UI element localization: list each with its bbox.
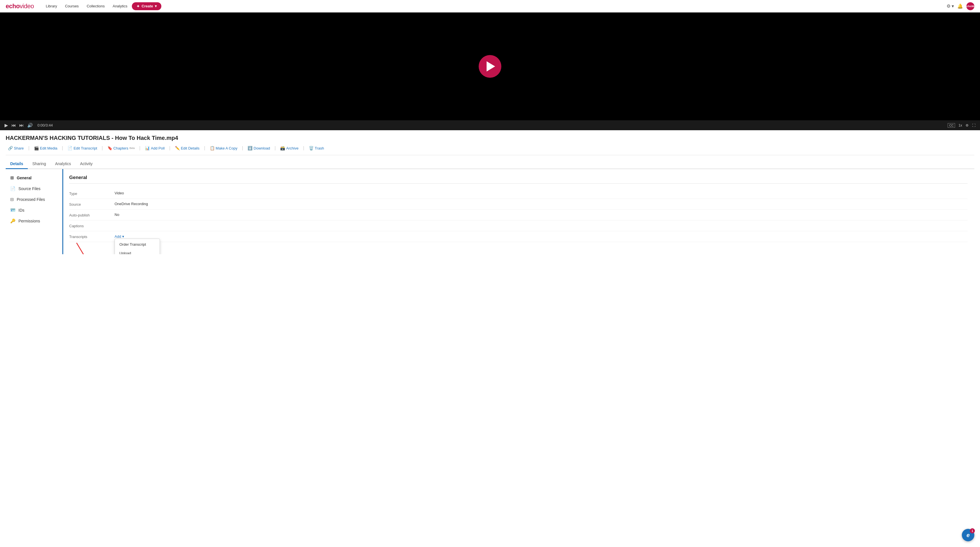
transcript-icon: 📄 xyxy=(67,146,72,150)
id-icon: 🪪 xyxy=(10,208,16,213)
forward-button[interactable]: ⏭ xyxy=(19,123,24,128)
section-title: General xyxy=(69,175,967,183)
toolbar-chapters[interactable]: 🔖 ChaptersBeta xyxy=(105,145,137,151)
logo-text: echovideo xyxy=(6,3,34,10)
detail-panel: General Type Video Source OneDrive Recor… xyxy=(62,169,974,254)
nav-library[interactable]: Library xyxy=(42,3,60,10)
create-button[interactable]: ✦ Create ▾ xyxy=(132,2,161,10)
toolbar-edit-transcript[interactable]: 📄 Edit Transcript xyxy=(65,145,99,151)
fullscreen-button[interactable]: ⛶ xyxy=(972,123,975,128)
content-area: HACKERMAN'S HACKING TUTORIALS - How To H… xyxy=(0,130,980,254)
speed-button[interactable]: 1x xyxy=(958,123,962,128)
volume-button[interactable]: 🔊 xyxy=(27,123,33,128)
main-layout: ⊞ General 📄 Source Files ⊟ Processed Fil… xyxy=(6,169,974,254)
pencil-icon: ✏️ xyxy=(175,146,180,150)
toolbar-sep-9: | xyxy=(303,145,304,151)
transcript-dropdown: Order Transcript Upload xyxy=(115,239,160,254)
rewind-button[interactable]: ⏮ xyxy=(11,123,16,128)
toolbar-make-copy[interactable]: 📋 Make A Copy xyxy=(208,145,240,151)
tab-sharing[interactable]: Sharing xyxy=(28,159,51,169)
toolbar-add-poll[interactable]: 📊 Add Poll xyxy=(143,145,167,151)
field-autopublish-value: No xyxy=(115,212,119,217)
order-transcript-option[interactable]: Order Transcript xyxy=(115,240,160,249)
sidebar: ⊞ General 📄 Source Files ⊟ Processed Fil… xyxy=(6,169,62,254)
toolbar-sep-7: | xyxy=(242,145,243,151)
tab-activity[interactable]: Activity xyxy=(75,159,97,169)
notifications-button[interactable]: 🔔 xyxy=(957,3,963,9)
toolbar-sep-1: | xyxy=(29,145,30,151)
settings-video-button[interactable]: ⚙ xyxy=(966,123,969,128)
play-button[interactable] xyxy=(479,55,501,78)
toolbar-sep-5: | xyxy=(169,145,170,151)
field-autopublish-label: Auto-publish xyxy=(69,212,109,217)
tab-details[interactable]: Details xyxy=(6,159,28,169)
field-captions-label: Captions xyxy=(69,223,109,228)
sidebar-item-general[interactable]: ⊞ General xyxy=(6,172,62,183)
play-pause-button[interactable]: ▶ xyxy=(5,123,8,128)
toolbar-sep-8: | xyxy=(275,145,275,151)
sidebar-item-ids[interactable]: 🪪 IDs xyxy=(6,205,62,215)
add-transcript-button[interactable]: Add ▾ xyxy=(115,234,124,239)
field-transcripts-label: Transcripts xyxy=(69,234,109,239)
toolbar-sep-3: | xyxy=(102,145,103,151)
add-button-wrapper: Add ▾ Order Transcript Upload xyxy=(115,234,124,239)
time-display: 0:00/3:44 xyxy=(37,123,53,128)
sidebar-item-source-files[interactable]: 📄 Source Files xyxy=(6,183,62,194)
field-transcripts: Transcripts Add ▾ Order Transcript Uploa… xyxy=(69,231,967,242)
toolbar-sep-6: | xyxy=(204,145,205,151)
toolbar-edit-details[interactable]: ✏️ Edit Details xyxy=(173,145,202,151)
grid-icon: ⊞ xyxy=(10,175,14,180)
upload-option[interactable]: Upload xyxy=(115,249,160,254)
video-controls: ▶ ⏮ ⏭ 🔊 0:00/3:44 CC 1x ⚙ ⛶ xyxy=(0,120,980,130)
archive-icon: 🗃️ xyxy=(280,146,285,150)
field-type: Type Video xyxy=(69,188,967,199)
chevron-down-icon: ▾ xyxy=(155,4,157,8)
file-icon: 📄 xyxy=(10,186,16,191)
settings-button[interactable]: ⚙ ▾ xyxy=(947,3,954,9)
svg-line-0 xyxy=(76,243,94,254)
annotation-arrow-1 xyxy=(71,243,111,254)
nav-analytics[interactable]: Analytics xyxy=(109,3,131,10)
edit-media-icon: 🎬 xyxy=(34,146,39,150)
section-border xyxy=(62,169,63,254)
key-icon: 🔑 xyxy=(10,218,16,223)
processed-icon: ⊟ xyxy=(10,197,14,202)
toolbar-archive[interactable]: 🗃️ Archive xyxy=(278,145,301,151)
toolbar-sep-4: | xyxy=(139,145,140,151)
toolbar-download[interactable]: ⬇️ Download xyxy=(245,145,272,151)
sidebar-item-permissions[interactable]: 🔑 Permissions xyxy=(6,215,62,226)
sparkle-icon: ✦ xyxy=(137,4,140,8)
nav-collections[interactable]: Collections xyxy=(83,3,108,10)
control-right: CC 1x ⚙ ⛶ xyxy=(948,123,975,128)
avatar[interactable]: echo360 xyxy=(966,2,974,10)
toolbar-trash[interactable]: 🗑️ Trash xyxy=(307,145,326,151)
toolbar-edit-media[interactable]: 🎬 Edit Media xyxy=(32,145,60,151)
navbar: echovideo Library Courses Collections An… xyxy=(0,0,980,13)
logo[interactable]: echovideo xyxy=(6,3,34,10)
nav-courses[interactable]: Courses xyxy=(62,3,82,10)
field-autopublish: Auto-publish No xyxy=(69,210,967,220)
field-type-label: Type xyxy=(69,191,109,196)
field-captions: Captions xyxy=(69,220,967,231)
toolbar-share[interactable]: 🔗 Share xyxy=(6,145,26,151)
video-title: HACKERMAN'S HACKING TUTORIALS - How To H… xyxy=(6,135,974,141)
nav-right: ⚙ ▾ 🔔 echo360 xyxy=(947,2,974,10)
trash-icon: 🗑️ xyxy=(309,146,313,150)
play-icon xyxy=(487,61,495,72)
toolbar-sep-2: | xyxy=(62,145,63,151)
field-source-value: OneDrive Recording xyxy=(115,202,148,206)
tab-analytics[interactable]: Analytics xyxy=(51,159,75,169)
tabs: Details Sharing Analytics Activity xyxy=(6,159,974,169)
toolbar: 🔗 Share | 🎬 Edit Media | 📄 Edit Transcri… xyxy=(6,145,974,155)
share-icon: 🔗 xyxy=(8,146,13,150)
field-source-label: Source xyxy=(69,202,109,207)
field-type-value: Video xyxy=(115,191,124,195)
poll-icon: 📊 xyxy=(145,146,150,150)
chevron-down-small-icon: ▾ xyxy=(122,234,124,239)
beta-badge: Beta xyxy=(129,147,135,150)
cc-button[interactable]: CC xyxy=(948,123,955,128)
field-source: Source OneDrive Recording xyxy=(69,199,967,210)
sidebar-item-processed-files[interactable]: ⊟ Processed Files xyxy=(6,194,62,205)
download-icon: ⬇️ xyxy=(248,146,252,150)
nav-links: Library Courses Collections Analytics ✦ … xyxy=(42,2,946,10)
